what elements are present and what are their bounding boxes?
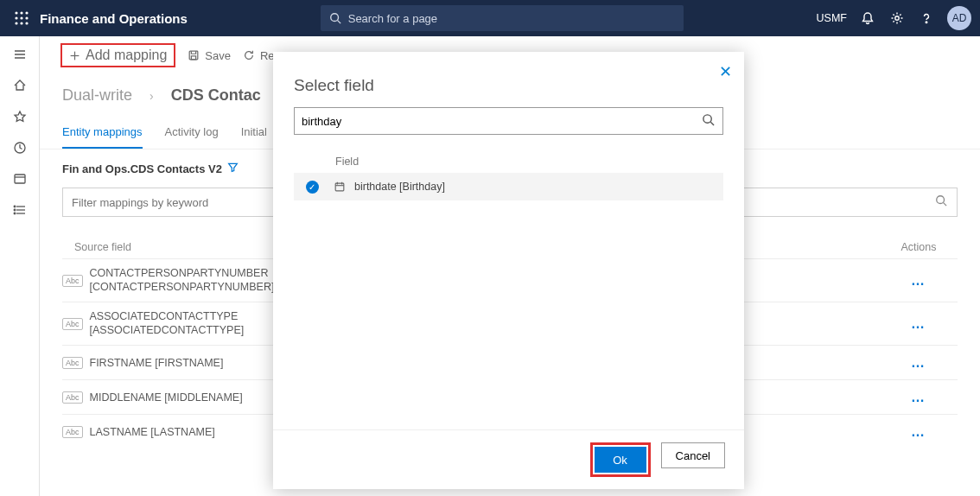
svg-point-12 (926, 22, 927, 23)
global-search-placeholder: Search for a page (348, 12, 437, 25)
svg-point-22 (14, 206, 16, 207)
row-actions-button[interactable]: … (880, 424, 958, 440)
calendar-icon (330, 181, 349, 193)
dialog-title: Select field (273, 52, 744, 107)
tab-initial[interactable]: Initial (241, 125, 267, 149)
save-button[interactable]: Save (188, 49, 231, 62)
svg-point-8 (25, 22, 28, 24)
home-icon[interactable] (12, 78, 28, 93)
filter-icon[interactable] (227, 162, 239, 175)
gear-icon[interactable] (888, 10, 906, 27)
close-icon[interactable]: ✕ (719, 62, 732, 81)
svg-rect-28 (192, 56, 196, 60)
list-icon[interactable] (12, 202, 28, 218)
svg-point-0 (15, 11, 17, 14)
select-field-dialog: ✕ Select field Field ✓ birthdate [Birthd… (273, 52, 744, 489)
type-badge: Abc (62, 357, 83, 369)
svg-rect-17 (15, 175, 25, 183)
save-label: Save (205, 49, 231, 62)
cancel-button[interactable]: Cancel (661, 442, 725, 468)
waffle-icon[interactable] (9, 11, 35, 25)
company-label[interactable]: USMF (817, 12, 847, 24)
svg-point-23 (14, 209, 16, 211)
svg-point-7 (20, 22, 22, 24)
global-search-input[interactable]: Search for a page (321, 5, 684, 31)
row-actions-button[interactable]: … (880, 390, 958, 405)
row-actions-button[interactable]: … (880, 316, 958, 332)
ok-button[interactable]: Ok (595, 447, 646, 473)
svg-point-3 (15, 16, 17, 19)
svg-point-4 (20, 16, 22, 19)
svg-point-2 (25, 11, 28, 14)
bell-icon[interactable] (859, 10, 876, 27)
svg-point-31 (703, 115, 711, 123)
svg-point-11 (895, 16, 899, 20)
search-icon[interactable] (935, 194, 947, 210)
svg-rect-27 (189, 51, 198, 60)
row-actions-button[interactable]: … (880, 355, 958, 371)
col-actions: Actions (880, 241, 958, 253)
module-icon[interactable] (12, 171, 28, 187)
dialog-footer: Ok Cancel (273, 429, 744, 489)
chevron-right-icon: › (150, 89, 154, 103)
type-badge: Abc (62, 275, 83, 287)
svg-point-29 (937, 196, 945, 204)
field-result-label: birthdate [Birthday] (354, 181, 445, 193)
svg-point-24 (14, 213, 16, 214)
breadcrumb-root[interactable]: Dual-write (62, 86, 132, 105)
type-badge: Abc (62, 318, 83, 330)
field-result-row[interactable]: ✓ birthdate [Birthday] (294, 173, 723, 200)
svg-line-10 (337, 21, 340, 24)
hamburger-icon[interactable] (12, 47, 28, 62)
clock-icon[interactable] (12, 140, 28, 156)
left-rail (0, 36, 40, 496)
tab-activity-log[interactable]: Activity log (165, 125, 219, 149)
type-badge: Abc (62, 426, 83, 438)
svg-point-5 (25, 16, 28, 19)
avatar[interactable]: AD (947, 6, 971, 30)
help-icon[interactable] (918, 10, 935, 27)
add-mapping-label: Add mapping (86, 48, 167, 63)
star-icon[interactable] (12, 109, 28, 124)
search-icon[interactable] (702, 113, 715, 130)
add-mapping-button[interactable]: Add mapping (60, 43, 175, 67)
dialog-column-header: Field (273, 135, 744, 173)
svg-point-9 (330, 14, 338, 22)
svg-point-6 (15, 22, 17, 24)
check-icon: ✓ (294, 181, 330, 194)
app-title: Finance and Operations (40, 11, 188, 26)
svg-rect-33 (335, 183, 344, 191)
svg-line-32 (710, 122, 714, 125)
topbar: Finance and Operations Search for a page… (0, 0, 980, 36)
breadcrumb-current: CDS Contac (171, 86, 261, 105)
type-badge: Abc (62, 391, 83, 404)
svg-line-30 (944, 203, 947, 207)
svg-point-1 (20, 11, 22, 14)
row-actions-button[interactable]: … (880, 273, 958, 289)
field-search-input[interactable] (294, 107, 723, 135)
tab-entity-mappings[interactable]: Entity mappings (62, 125, 143, 149)
entity-title: Fin and Ops.CDS Contacts V2 (62, 162, 222, 175)
